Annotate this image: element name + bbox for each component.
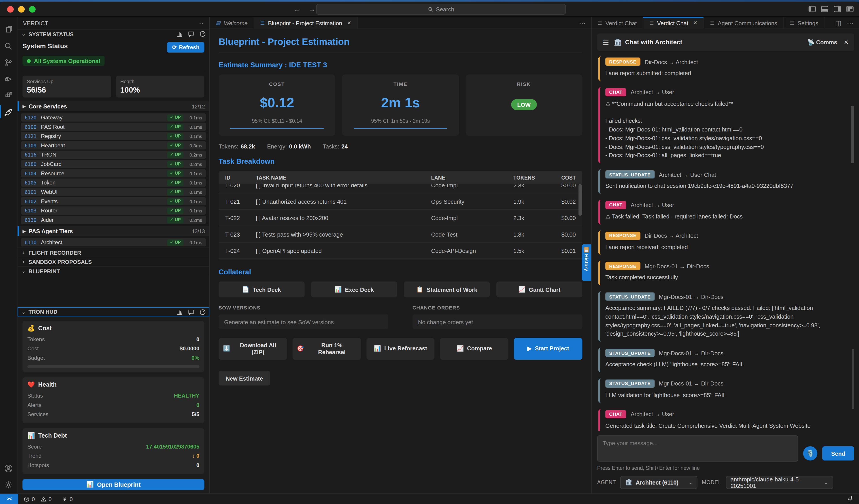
bar-chart-icon[interactable] bbox=[177, 31, 183, 37]
collateral-action-button[interactable]: 📈 Compare bbox=[440, 338, 509, 360]
collateral-doc-button[interactable]: 📄 Tech Deck bbox=[218, 281, 304, 297]
editor-content[interactable]: Blueprint - Project Estimation Estimate … bbox=[210, 29, 591, 493]
service-row[interactable]: 6104 Resource ✓ UP 0.1ms bbox=[21, 169, 206, 178]
tab-agent-communications[interactable]: ☰ Agent Communications bbox=[704, 17, 784, 28]
account-icon[interactable] bbox=[0, 460, 17, 476]
split-editor-icon[interactable]: ◫ bbox=[835, 19, 842, 26]
command-search-input[interactable]: Search bbox=[316, 3, 566, 15]
send-button[interactable]: Send bbox=[822, 446, 854, 460]
extensions-icon[interactable] bbox=[0, 87, 17, 103]
comms-button[interactable]: 📡 Comms bbox=[807, 39, 837, 46]
up-badge: ✓ UP bbox=[167, 170, 184, 177]
message-input[interactable] bbox=[597, 435, 798, 461]
service-row[interactable]: 6100 PAS Root ✓ UP 0.1ms bbox=[21, 123, 206, 131]
service-row[interactable]: 6110 Architect ✓ UP 0.1ms bbox=[21, 238, 206, 246]
section-flight-recorder[interactable]: › FLIGHT RECORDER bbox=[17, 247, 209, 257]
collateral-doc-button[interactable]: 📋 Statement of Work bbox=[404, 281, 490, 297]
section-sandbox-proposals[interactable]: › SANDBOX PROPOSALS bbox=[17, 257, 209, 266]
desktop-background bbox=[0, 0, 859, 2]
task-table-viewport[interactable]: T-020 [ ] Invalid input returns 400 with… bbox=[218, 184, 582, 260]
service-row[interactable]: 6103 Router ✓ UP 0.1ms bbox=[21, 207, 206, 215]
customize-layout-icon[interactable] bbox=[846, 6, 854, 12]
chat-messages[interactable]: RESPONSE Dir-Docs → Architect Lane repor… bbox=[597, 51, 854, 431]
menu-icon[interactable]: ☰ bbox=[603, 38, 609, 46]
service-row[interactable]: 6105 Token ✓ UP 0.1ms bbox=[21, 179, 206, 187]
tab-verdict-chat-1[interactable]: ☰ Verdict Chat bbox=[592, 17, 643, 28]
minimize-window-button[interactable] bbox=[18, 6, 25, 12]
tab-blueprint[interactable]: ☰ Blueprint - Project Estimation ✕ bbox=[254, 17, 358, 28]
service-row[interactable]: 6101 WebUI ✓ UP 0.1ms bbox=[21, 188, 206, 196]
service-row[interactable]: 6180 JobCard ✓ UP 0.2ms bbox=[21, 160, 206, 168]
broadcast-indicator[interactable]: 0 bbox=[61, 496, 73, 502]
panel-more-icon[interactable]: ⋯ bbox=[847, 19, 854, 26]
collateral-doc-button[interactable]: 📈 Gantt Chart bbox=[496, 281, 582, 297]
model-select[interactable]: anthropic/claude-haiku-4-5-20251001 ⌄ bbox=[726, 476, 833, 489]
toggle-secondary-sidebar-icon[interactable] bbox=[834, 6, 841, 12]
status-dot-icon bbox=[27, 59, 31, 63]
comment-icon[interactable] bbox=[188, 309, 194, 315]
close-window-button[interactable] bbox=[7, 6, 14, 12]
remote-indicator[interactable]: >< bbox=[0, 494, 18, 504]
collateral-doc-button[interactable]: 📊 Exec Deck bbox=[311, 281, 397, 297]
collateral-action-button[interactable]: 📊 Live Reforecast bbox=[366, 338, 435, 360]
comment-icon[interactable] bbox=[188, 31, 194, 37]
close-tab-icon[interactable]: ✕ bbox=[693, 20, 697, 25]
task-row[interactable]: T-023 [ ] Tests pass with >95% coverage … bbox=[218, 226, 582, 242]
service-row[interactable]: 6130 Aider ✓ UP 0.2ms bbox=[21, 216, 206, 224]
gauge-icon[interactable] bbox=[199, 31, 206, 37]
explorer-icon[interactable] bbox=[0, 21, 17, 38]
section-tron-hud[interactable]: ⌄ TRON HUD bbox=[17, 307, 209, 316]
errors-indicator[interactable]: 0 0 bbox=[24, 496, 51, 502]
search-sidebar-icon[interactable] bbox=[0, 38, 17, 54]
mic-button[interactable]: 🎙️ bbox=[803, 446, 817, 460]
refresh-icon: ⟳ bbox=[172, 44, 177, 50]
gauge-icon[interactable] bbox=[199, 309, 206, 315]
collateral-action-button[interactable]: ⬇️ Download All (ZIP) bbox=[218, 338, 287, 360]
messages-scrollbar[interactable] bbox=[851, 106, 854, 163]
tab-verdict-chat-2[interactable]: ☰ Verdict Chat ✕ bbox=[643, 17, 704, 28]
verdict-rocket-icon[interactable] bbox=[0, 104, 17, 120]
back-icon[interactable]: ← bbox=[294, 5, 301, 13]
settings-gear-icon[interactable] bbox=[0, 477, 17, 493]
group-pas-agent-tiers[interactable]: ▶ PAS Agent Tiers 13/13 bbox=[17, 226, 209, 236]
service-row[interactable]: 6109 Heartbeat ✓ UP 0.3ms bbox=[21, 141, 206, 150]
service-row[interactable]: 6121 Registry ✓ UP 0.1ms bbox=[21, 132, 206, 140]
toggle-panel-icon[interactable] bbox=[821, 6, 828, 12]
zoom-window-button[interactable] bbox=[29, 6, 35, 12]
open-blueprint-button[interactable]: 📊 Open Blueprint bbox=[22, 479, 204, 490]
tab-settings[interactable]: ☰ Settings bbox=[784, 17, 825, 28]
close-chat-icon[interactable]: ✕ bbox=[844, 39, 849, 45]
source-control-icon[interactable] bbox=[0, 54, 17, 71]
toggle-primary-sidebar-icon[interactable] bbox=[809, 6, 816, 12]
forward-icon[interactable]: → bbox=[308, 5, 316, 13]
task-row[interactable]: T-021 [ ] Unauthorized access returns 40… bbox=[218, 193, 582, 210]
collateral-action-button[interactable]: ▶ Start Project bbox=[514, 338, 583, 360]
group-core-services[interactable]: ▶ Core Services 12/12 bbox=[17, 101, 209, 111]
agent-select[interactable]: 🏛️ Architect (6110) ⌄ bbox=[620, 476, 697, 489]
task-row[interactable]: T-022 [ ] Avatar resizes to 200x200 Code… bbox=[218, 210, 582, 226]
collateral-action-button[interactable]: 🎯 Run 1% Rehearsal bbox=[292, 338, 361, 360]
service-row[interactable]: 6116 TRON ✓ UP 0.2ms bbox=[21, 151, 206, 159]
task-row[interactable]: T-020 [ ] Invalid input returns 400 with… bbox=[218, 184, 582, 194]
tab-welcome[interactable]: ▤ Welcome bbox=[210, 17, 254, 28]
section-system-status[interactable]: ⌄ SYSTEM STATUS bbox=[17, 29, 209, 39]
notifications-bell-icon[interactable] bbox=[847, 495, 854, 502]
service-row[interactable]: 6120 Gateway ✓ UP 0.1ms bbox=[21, 113, 206, 122]
refresh-button[interactable]: ⟳ Refresh bbox=[167, 42, 205, 53]
history-side-tab[interactable]: History bbox=[582, 244, 591, 281]
close-tab-icon[interactable]: ✕ bbox=[347, 20, 351, 25]
editor-more-icon[interactable]: ⋯ bbox=[579, 19, 586, 26]
search-placeholder: Search bbox=[436, 6, 454, 12]
sidebar-more-icon[interactable]: ⋯ bbox=[198, 20, 204, 26]
message-route: Architect → User bbox=[631, 411, 674, 417]
new-estimate-button[interactable]: New Estimate bbox=[218, 371, 270, 385]
service-row[interactable]: 6102 Events ✓ UP 0.1ms bbox=[21, 197, 206, 205]
task-row[interactable]: T-024 [ ] OpenAPI spec updated Code-API-… bbox=[218, 243, 582, 259]
bar-chart-icon[interactable] bbox=[177, 309, 183, 315]
list-icon: ☰ bbox=[260, 20, 265, 25]
table-scrollbar[interactable] bbox=[578, 184, 582, 216]
section-blueprint[interactable]: ⌄ BLUEPRINT bbox=[17, 266, 209, 275]
panel-scrollbar[interactable] bbox=[852, 349, 854, 409]
run-debug-icon[interactable] bbox=[0, 71, 17, 87]
chat-message: STATUS_UPDATE Mgr-Docs-01 → Dir-Docs Acc… bbox=[598, 291, 848, 342]
